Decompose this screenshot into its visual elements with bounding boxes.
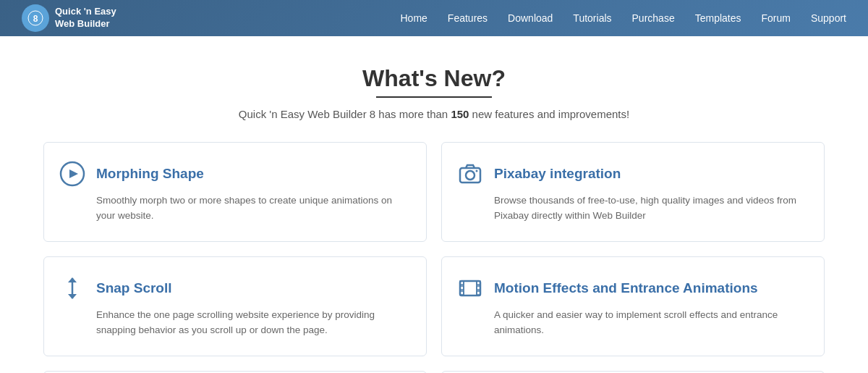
morphing-shape-title: Morphing Shape [96, 166, 204, 182]
svg-marker-3 [69, 169, 78, 178]
logo: 8 Quick 'n Easy Web Builder [22, 4, 116, 32]
card-header: Motion Effects and Entrance Animations [456, 274, 807, 302]
feature-card-pixabay: Pixabay integration Browse thousands of … [441, 142, 825, 242]
svg-point-5 [466, 171, 475, 180]
page-subtitle: Quick 'n Easy Web Builder 8 has more tha… [43, 108, 825, 120]
svg-marker-8 [68, 277, 77, 282]
main-content: What's New? Quick 'n Easy Web Builder 8 … [0, 36, 868, 373]
feature-card-motion-effects: Motion Effects and Entrance Animations A… [441, 256, 825, 356]
pixabay-title: Pixabay integration [494, 166, 621, 182]
nav-home[interactable]: Home [400, 12, 427, 24]
nav-forum[interactable]: Forum [762, 12, 791, 24]
nav-support[interactable]: Support [811, 12, 846, 24]
motion-effects-description: A quicker and easier way to implement sc… [494, 308, 807, 338]
snap-scroll-description: Enhance the one page scrolling website e… [96, 308, 409, 338]
svg-rect-10 [460, 281, 480, 296]
svg-text:8: 8 [33, 14, 38, 24]
site-header: 8 Quick 'n Easy Web Builder Home Feature… [0, 0, 868, 36]
main-nav: Home Features Download Tutorials Purchas… [400, 12, 846, 24]
page-title-section: What's New? Quick 'n Easy Web Builder 8 … [43, 65, 825, 120]
nav-tutorials[interactable]: Tutorials [573, 12, 611, 24]
nav-purchase[interactable]: Purchase [632, 12, 675, 24]
pixabay-description: Browse thousands of free-to-use, high qu… [494, 193, 807, 224]
card-header: Morphing Shape [59, 160, 409, 188]
snap-scroll-title: Snap Scroll [96, 280, 172, 296]
morphing-shape-description: Smoothly morph two or more shapes to cre… [96, 193, 409, 224]
motion-effects-title: Motion Effects and Entrance Animations [494, 280, 758, 296]
nav-download[interactable]: Download [508, 12, 553, 24]
logo-text: Quick 'n Easy Web Builder [55, 6, 116, 30]
camera-icon [456, 160, 484, 188]
feature-card-snap-scroll: Snap Scroll Enhance the one page scrolli… [43, 256, 427, 356]
card-header: Snap Scroll [59, 274, 409, 302]
features-grid: Morphing Shape Smoothly morph two or mor… [43, 142, 825, 373]
logo-icon: 8 [22, 4, 49, 32]
nav-features[interactable]: Features [448, 12, 488, 24]
nav-templates[interactable]: Templates [695, 12, 741, 24]
svg-marker-9 [68, 294, 77, 299]
film-icon [456, 274, 484, 302]
title-underline [376, 96, 492, 98]
svg-point-6 [476, 170, 478, 172]
page-title: What's New? [43, 65, 825, 92]
play-circle-icon [59, 160, 86, 188]
feature-card-morphing-shape: Morphing Shape Smoothly morph two or mor… [43, 142, 427, 242]
arrows-v-icon [59, 274, 86, 302]
card-header: Pixabay integration [456, 160, 807, 188]
